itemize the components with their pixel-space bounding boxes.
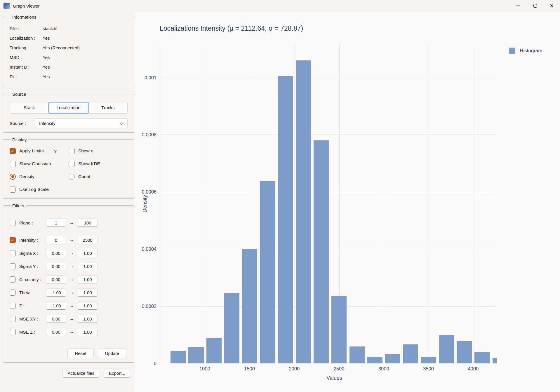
filter-label: Intensity :	[19, 238, 42, 243]
info-value: Yes	[43, 65, 128, 69]
histogram-bar	[493, 358, 497, 363]
count-radio[interactable]	[69, 174, 75, 180]
filter-min-input[interactable]	[46, 219, 66, 227]
filter-checkbox[interactable]	[10, 276, 16, 283]
filter-checkbox[interactable]	[10, 220, 16, 226]
histogram-bar	[367, 357, 382, 363]
plot-area	[160, 44, 497, 363]
filters-legend: Filters	[11, 203, 26, 208]
filter-checkbox[interactable]	[10, 329, 16, 335]
filter-min-input[interactable]	[46, 302, 66, 310]
filter-max-input[interactable]	[78, 302, 98, 310]
filter-row: Circularity :→	[10, 275, 128, 284]
use-log-scale-label: Use Log Scale	[19, 187, 49, 192]
info-value: Yes (Reconnected)	[43, 45, 128, 50]
source-tab-stack[interactable]: Stack	[10, 102, 48, 114]
histogram-bar	[278, 76, 293, 363]
display-legend: Display	[11, 137, 28, 142]
y-tick-label: 0.001	[145, 75, 156, 80]
histogram-bar	[474, 352, 490, 363]
y-tick-label: 0.0002	[142, 304, 156, 309]
info-label: File :	[10, 26, 43, 31]
info-value: Yes	[43, 74, 128, 79]
reset-button[interactable]: Reset	[67, 348, 93, 358]
arrow-right-icon: →	[69, 237, 74, 243]
gridline	[205, 44, 205, 363]
panel-footer: Actualize files Export...	[3, 369, 130, 378]
histogram-bar	[439, 335, 454, 363]
x-axis-label: Values	[326, 375, 342, 381]
informations-group: Informations File :stack.tifLocalization…	[3, 15, 134, 87]
filter-max-input[interactable]	[78, 249, 98, 257]
density-radio[interactable]	[10, 174, 16, 180]
info-label: Localization :	[10, 36, 43, 41]
filter-label: MSE XY :	[19, 316, 42, 321]
arrow-right-icon: →	[69, 303, 74, 308]
info-label: Instant D :	[10, 65, 43, 69]
gridline	[160, 78, 497, 78]
filter-row: ✓Intensity :→	[10, 235, 128, 245]
chart-legend: Histogram	[509, 48, 542, 54]
filter-min-input[interactable]	[46, 328, 66, 336]
filter-min-input[interactable]	[46, 262, 66, 270]
filter-max-input[interactable]	[78, 315, 98, 323]
filter-checkbox[interactable]	[10, 263, 16, 269]
filter-min-input[interactable]	[46, 288, 66, 297]
filter-min-input[interactable]	[46, 236, 66, 244]
gridline	[384, 44, 384, 363]
filter-max-input[interactable]	[78, 328, 98, 336]
source-tab-localization[interactable]: Localization	[48, 102, 88, 114]
show-kde-checkbox[interactable]	[69, 161, 75, 167]
info-value: Yes	[43, 55, 128, 60]
filter-max-input[interactable]	[78, 219, 98, 227]
filter-checkbox[interactable]	[10, 303, 16, 309]
source-tab-tracks[interactable]: Tracks	[88, 102, 128, 114]
filter-row: Sigma Y :→	[10, 262, 128, 271]
source-legend: Source	[11, 92, 28, 97]
histogram-bar	[314, 140, 329, 363]
filter-checkbox[interactable]: ✓	[10, 237, 16, 243]
filter-max-input[interactable]	[78, 262, 98, 270]
filter-row: Sigma X :→	[10, 248, 128, 258]
info-row: MSD :Yes	[10, 53, 128, 62]
filter-max-input[interactable]	[78, 288, 98, 297]
filter-max-input[interactable]	[78, 236, 98, 244]
source-tab-bar: StackLocalizationTracks	[10, 102, 128, 114]
export-button[interactable]: Export...	[104, 369, 130, 378]
chevron-down-icon	[120, 121, 124, 125]
x-tick-label: 4000	[468, 366, 479, 372]
filter-label: Sigma X :	[19, 251, 42, 256]
actualize-files-button[interactable]: Actualize files	[62, 369, 99, 378]
x-tick-label: 2500	[334, 366, 345, 372]
filter-max-input[interactable]	[78, 275, 98, 283]
filter-row: MSE Z :→	[10, 327, 128, 337]
info-row: Fit :Yes	[10, 72, 128, 81]
left-panel: Informations File :stack.tifLocalization…	[3, 15, 134, 378]
x-tick-label: 3500	[423, 366, 434, 372]
histogram-bar	[403, 344, 418, 363]
filter-label: Sigma Y :	[19, 264, 42, 269]
x-tick-label: 1000	[199, 366, 210, 372]
source-dropdown[interactable]: Intensity	[35, 119, 128, 128]
filter-min-input[interactable]	[46, 249, 66, 257]
histogram-bar	[260, 181, 275, 363]
arrow-right-icon: →	[69, 329, 74, 334]
show-gaussian-checkbox[interactable]	[10, 161, 16, 167]
apply-limits-checkbox[interactable]: ✓	[10, 148, 16, 154]
use-log-scale-checkbox[interactable]	[10, 187, 16, 193]
filter-row: Z :→	[10, 301, 128, 310]
filter-checkbox[interactable]	[10, 316, 16, 322]
filter-min-input[interactable]	[46, 275, 66, 283]
info-label: Fit :	[10, 74, 43, 79]
filter-checkbox[interactable]	[10, 290, 16, 296]
filter-checkbox[interactable]	[10, 250, 16, 256]
legend-swatch	[509, 48, 515, 54]
filter-min-input[interactable]	[46, 315, 66, 323]
histogram-bar	[242, 249, 257, 363]
update-button[interactable]: Update	[98, 348, 126, 358]
arrow-right-icon: →	[69, 316, 74, 321]
histogram-bar	[331, 296, 347, 363]
chart-title: Localizations Intensity (μ = 2112.64, σ …	[160, 25, 303, 32]
show-sigma-checkbox[interactable]	[69, 148, 75, 154]
histogram-bar	[457, 341, 472, 363]
